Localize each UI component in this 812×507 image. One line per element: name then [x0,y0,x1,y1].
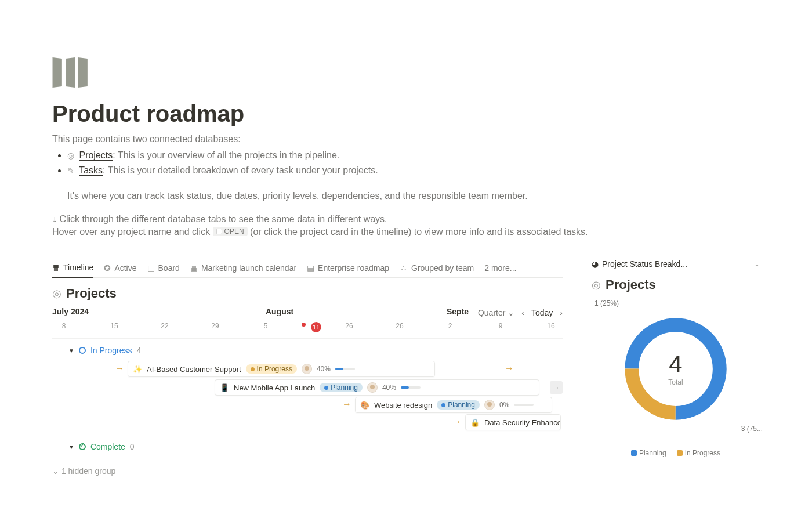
palette-icon: 🎨 [360,401,369,410]
chart-legend: Planning In Progress [592,449,760,457]
avatar [484,400,495,410]
status-circle-icon [79,347,86,354]
chart-label-1: 1 (25%) [594,299,619,307]
caret-icon: ▼ [68,444,74,450]
timeline-header: July 2024 August Septe Quarter ⌄ ‹ Today… [52,307,563,318]
tab-marketing[interactable]: ▦Marketing launch calendar [190,260,296,277]
open-badge-label: OPEN [224,227,244,236]
status-circle-done-icon [79,443,86,450]
month-july: July 2024 [52,307,89,316]
calendar-icon: ▦ [190,263,198,273]
star-icon: ✪ [104,263,111,273]
chart-total-label: Total [606,378,745,386]
group-in-progress[interactable]: ▼ In Progress 4 [52,339,563,360]
tab-more[interactable]: 2 more... [484,260,516,277]
status-pill: Planning [320,383,362,392]
target-icon: ◎ [52,287,61,300]
chevron-down-icon: ⌄ [52,466,59,476]
chevron-down-icon[interactable]: ⌄ [754,260,760,268]
tab-grouped[interactable]: ⛬Grouped by team [400,260,474,277]
progress-bar [335,368,355,370]
avatar [367,382,378,393]
tasks-icon: ✎ [67,166,74,175]
project-bar-data-security[interactable]: 🔒 Data Security Enhancer [465,414,561,430]
view-tabs: ▦Timeline ✪Active ◫Board ▦Marketing laun… [52,259,563,278]
dependency-arrow-icon: → [452,417,462,427]
avatar [302,364,312,374]
projects-link[interactable]: Projects [79,150,113,161]
month-august: August [266,307,293,316]
team-icon: ⛬ [400,263,408,273]
status-pill: Planning [437,400,480,410]
today-button[interactable]: Today [531,308,553,317]
hint-line-1: ↓ Click through the different database t… [52,214,760,224]
tab-board[interactable]: ◫Board [147,260,180,277]
dependency-arrow-icon: → [505,363,514,374]
bullet-projects: ◎ Projects: This is your overview of all… [67,150,760,161]
hidden-group-toggle[interactable]: ⌄ 1 hidden group [52,456,563,476]
bullet-tasks: ✎ Tasks: This is your detailed breakdown… [67,165,760,176]
chevron-down-icon: ⌄ [507,308,514,317]
timeline-days: 8 15 22 29 5 1119 26 26 2 9 16 [52,318,563,338]
month-sept: Septe [447,307,469,316]
scroll-right-button[interactable]: → [550,381,563,394]
target-icon: ◎ [592,278,601,291]
project-bar-mobile-app[interactable]: 📱 New Mobile App Launch Planning 40% [215,379,539,396]
tasks-link[interactable]: Tasks [79,165,103,176]
chart-total: 4 [606,350,745,378]
chart-label-2: 3 (75... [741,425,763,433]
status-pill: In Progress [246,364,297,374]
projects-heading-right: Projects [606,277,656,292]
caret-icon: ▼ [68,347,74,354]
intro-text: This page contains two connected databas… [52,134,760,144]
next-button[interactable]: › [560,308,563,317]
phone-icon: 📱 [220,383,229,392]
bullet-tasks-text: : This is your detailed breakdown of eve… [103,165,378,175]
tab-enterprise[interactable]: ▤Enterprise roadmap [307,260,389,277]
board-icon: ◫ [147,263,155,273]
lock-icon: 🔒 [470,418,480,427]
legend-in-progress: In Progress [677,449,720,457]
dependency-arrow-icon: → [115,363,124,374]
now-indicator [303,323,303,483]
page-icon [52,58,93,87]
pie-icon: ◕ [592,259,599,269]
dependency-arrow-icon: → [342,399,351,410]
tab-status-breakdown[interactable]: ◕ Project Status Breakd... [592,259,687,269]
roadmap-icon: ▤ [307,263,314,273]
target-icon: ◎ [67,151,74,160]
timeline-icon: ▦ [52,263,60,272]
progress-bar [401,386,420,389]
today-marker: 11 [311,322,321,332]
donut-chart: 1 (25%) 4 Total 3 (75... [606,299,745,439]
legend-planning: Planning [631,449,666,457]
group-complete[interactable]: ▼ Complete 0 [52,435,563,456]
sparkles-icon: ✨ [133,365,142,374]
open-badge-icon [216,229,222,234]
scale-selector[interactable]: Quarter ⌄ [478,308,514,317]
hint-line-2: Hover over any project name and click OP… [52,227,760,237]
project-bar-website-redesign[interactable]: 🎨 Website redesign Planning 0% [355,397,552,413]
timeline-body: ▼ In Progress 4 → ✨ AI-Based Customer Su… [52,338,563,483]
prev-button[interactable]: ‹ [521,308,524,317]
page-title: Product roadmap [52,101,760,127]
tab-active[interactable]: ✪Active [104,260,136,277]
tab-timeline[interactable]: ▦Timeline [52,259,93,278]
hint2-pre: Hover over any project name and click [52,227,213,237]
bullet-projects-text: : This is your overview of all the proje… [113,150,339,160]
progress-bar [514,404,534,406]
hint2-post: (or click the project card in the timeli… [250,227,588,237]
tasks-extra-text: It's where you can track task status, du… [67,191,760,201]
project-bar-ai-support[interactable]: ✨ AI-Based Customer Support In Progress … [128,361,435,377]
open-badge: OPEN [213,227,248,236]
projects-heading: Projects [66,286,117,301]
bullet-list: ◎ Projects: This is your overview of all… [52,150,760,176]
